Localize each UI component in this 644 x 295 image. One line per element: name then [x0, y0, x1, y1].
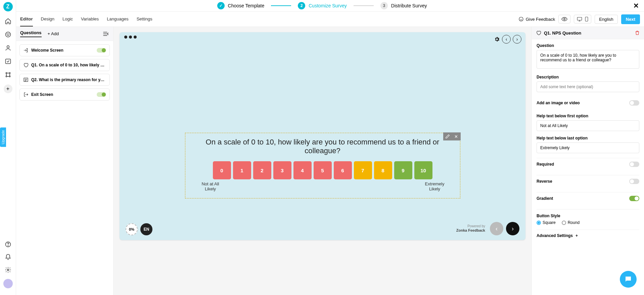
nps-cell-8[interactable]: 8 — [374, 161, 392, 179]
device-preview-button[interactable] — [574, 15, 591, 23]
tab-languages[interactable]: Languages — [107, 12, 128, 26]
style-square-radio[interactable]: Square — [537, 220, 556, 225]
chat-fab-icon[interactable] — [620, 271, 637, 288]
question-item-q2[interactable]: Q2. What is the primary reason for your … — [19, 74, 110, 86]
svg-point-1 — [7, 34, 7, 35]
progress-badge: 0% — [126, 223, 138, 235]
text-icon — [23, 77, 29, 82]
welcome-toggle[interactable] — [97, 48, 106, 53]
step-label: Distribute Survey — [391, 3, 427, 8]
help-icon[interactable] — [4, 241, 12, 248]
question-label: Q1. On a scale of 0 to 10, how likely ar… — [31, 63, 106, 67]
close-icon[interactable]: ✕ — [633, 2, 639, 10]
canvas-prev-icon[interactable]: ‹ — [502, 35, 511, 44]
canvas-next-icon[interactable]: › — [513, 35, 521, 44]
nps-cell-6[interactable]: 6 — [334, 161, 352, 179]
gradient-toggle[interactable] — [629, 196, 639, 201]
step-label: Choose Template — [228, 3, 265, 8]
tab-settings[interactable]: Settings — [137, 12, 152, 26]
question-item-welcome[interactable]: Welcome Screen — [19, 44, 110, 56]
language-select[interactable]: English — [595, 15, 618, 24]
questions-tab[interactable]: Questions — [20, 30, 42, 37]
advanced-settings-toggle[interactable]: Advanced Settings + — [537, 230, 639, 238]
tab-variables[interactable]: Variables — [81, 12, 99, 26]
step-choose-template[interactable]: ✓ Choose Template — [217, 2, 265, 9]
nps-cell-1[interactable]: 1 — [233, 161, 251, 179]
nps-cell-5[interactable]: 5 — [314, 161, 332, 179]
next-button[interactable]: Next — [621, 14, 640, 24]
add-media-toggle[interactable] — [629, 100, 639, 106]
survey-next-button[interactable]: › — [506, 222, 519, 235]
step-customize-survey[interactable]: 2 Customize Survey — [298, 2, 347, 9]
preview-button[interactable] — [558, 15, 570, 23]
help-first-input[interactable] — [537, 120, 639, 131]
tab-design[interactable]: Design — [41, 12, 54, 26]
radio-label: Square — [543, 220, 556, 225]
gradient-label: Gradient — [537, 196, 553, 201]
language-badge[interactable]: EN — [140, 223, 152, 235]
workflow-icon[interactable] — [4, 71, 12, 78]
step-distribute-survey[interactable]: 3 Distribute Survey — [380, 2, 427, 9]
style-round-radio[interactable]: Round — [562, 220, 580, 225]
checkbox-icon[interactable] — [4, 58, 12, 65]
question-item-exit[interactable]: Exit Screen — [19, 88, 110, 101]
plus-icon: + — [576, 233, 578, 238]
question-input[interactable] — [537, 50, 639, 69]
home-icon[interactable] — [4, 17, 12, 25]
svg-point-11 — [7, 269, 9, 271]
nps-cell-10[interactable]: 10 — [414, 161, 432, 179]
canvas-settings-icon[interactable] — [494, 36, 500, 42]
description-input[interactable] — [537, 81, 639, 92]
required-label: Required — [537, 162, 554, 167]
window-dot — [129, 36, 132, 39]
bell-icon[interactable] — [4, 253, 12, 261]
question-field-label: Question — [537, 43, 639, 48]
help-last-label: Extremely Likely — [423, 181, 447, 191]
nps-cell-4[interactable]: 4 — [293, 161, 312, 179]
help-last-input[interactable] — [537, 142, 639, 153]
exit-toggle[interactable] — [97, 92, 106, 97]
settings-icon[interactable] — [4, 266, 12, 274]
nps-cell-9[interactable]: 9 — [394, 161, 412, 179]
give-feedback-button[interactable]: Give Feedback — [518, 16, 555, 22]
button-style-label: Button Style — [537, 214, 639, 218]
svg-rect-4 — [5, 59, 10, 63]
svg-point-3 — [7, 46, 9, 48]
survey-prev-button[interactable]: ‹ — [490, 222, 503, 235]
upgrade-button[interactable]: Upgrade — [0, 127, 6, 147]
question-label: Exit Screen — [31, 92, 94, 97]
chat-icon[interactable] — [4, 31, 12, 38]
nps-cell-2[interactable]: 2 — [253, 161, 271, 179]
edit-block-icon[interactable] — [443, 132, 452, 140]
radio-label: Round — [568, 220, 580, 225]
eye-icon — [561, 17, 567, 21]
tab-editor[interactable]: Editor — [20, 12, 33, 26]
add-workspace-button[interactable]: + — [4, 84, 12, 93]
svg-rect-14 — [578, 17, 582, 20]
add-question-button[interactable]: + Add — [48, 31, 59, 36]
delete-block-icon[interactable]: ✕ — [452, 132, 461, 140]
nps-cell-3[interactable]: 3 — [273, 161, 291, 179]
exit-icon — [23, 92, 29, 97]
nps-question-block[interactable]: ✕ On a scale of 0 to 10, how likely are … — [185, 133, 460, 198]
delete-question-icon[interactable] — [635, 30, 640, 36]
step-label: Customize Survey — [309, 3, 347, 8]
required-toggle[interactable] — [629, 162, 639, 167]
nps-cell-7[interactable]: 7 — [354, 161, 372, 179]
svg-point-0 — [5, 32, 10, 37]
question-item-q1[interactable]: Q1. On a scale of 0 to 10, how likely ar… — [19, 59, 110, 71]
reverse-label: Reverse — [537, 179, 552, 184]
step-number-icon: 3 — [380, 2, 388, 9]
reverse-toggle[interactable] — [629, 179, 639, 184]
nps-cell-0[interactable]: 0 — [213, 161, 231, 179]
avatar[interactable] — [3, 279, 13, 288]
svg-point-5 — [6, 72, 7, 73]
svg-point-13 — [564, 18, 565, 20]
heart-icon — [23, 62, 29, 68]
svg-point-10 — [8, 246, 8, 246]
collapse-panel-icon[interactable] — [102, 31, 109, 37]
app-logo[interactable]: Z — [3, 2, 13, 11]
user-icon[interactable] — [4, 44, 12, 52]
help-first-label: Not at All Likely — [199, 181, 222, 191]
tab-logic[interactable]: Logic — [62, 12, 73, 26]
